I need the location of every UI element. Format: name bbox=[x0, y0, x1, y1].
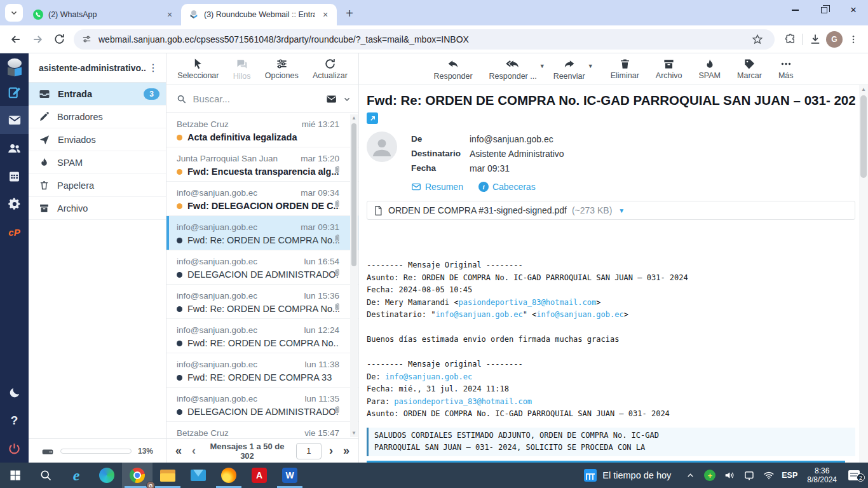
spam-button[interactable]: SPAM bbox=[699, 58, 721, 80]
folder-borradores[interactable]: Borradores bbox=[29, 105, 166, 128]
message-row[interactable]: Betzabe Cruz mié 13:21 Acta definitiva l… bbox=[166, 113, 358, 147]
downloads-icon[interactable] bbox=[806, 30, 825, 49]
folder-papelera[interactable]: Papelera bbox=[29, 174, 166, 197]
attachment-item[interactable]: ORDEN DE COMPRA #31-signed-signed.pdf (~… bbox=[367, 201, 855, 220]
profile-avatar[interactable]: G bbox=[825, 30, 844, 49]
minimize-button[interactable] bbox=[780, 0, 810, 20]
scroll-up-icon[interactable]: ▲ bbox=[351, 114, 356, 122]
reload-button[interactable] bbox=[48, 29, 70, 50]
email-address-link[interactable]: pasiondeportiva_83@hotmail.com bbox=[394, 397, 532, 406]
extensions-icon[interactable] bbox=[781, 30, 800, 49]
delete-button[interactable]: Eliminar bbox=[611, 58, 639, 80]
tab-close-button[interactable]: × bbox=[165, 10, 175, 20]
dark-mode-button[interactable] bbox=[0, 379, 29, 407]
folder-enviados[interactable]: Enviados bbox=[29, 128, 166, 151]
scroll-down-icon[interactable]: ▼ bbox=[351, 430, 356, 437]
reply-button[interactable]: Responder bbox=[433, 58, 472, 81]
tab-whatsapp[interactable]: (2) WhatsApp × bbox=[25, 4, 181, 25]
wifi-icon[interactable] bbox=[762, 470, 776, 481]
volume-icon[interactable] bbox=[722, 470, 736, 481]
tab-search-button[interactable] bbox=[5, 4, 23, 22]
scroll-up-icon[interactable]: ▲ bbox=[861, 85, 866, 94]
rail-cpanel-button[interactable]: cP bbox=[0, 218, 29, 246]
language-indicator[interactable]: ESP bbox=[782, 471, 797, 480]
archive-button[interactable]: Archivo bbox=[656, 58, 682, 80]
taskbar-file-explorer[interactable] bbox=[153, 463, 183, 488]
headers-link[interactable]: i Cabeceras bbox=[478, 182, 536, 192]
scrollbar-thumb[interactable] bbox=[351, 123, 356, 266]
threads-button[interactable]: Hilos bbox=[233, 58, 251, 81]
prev-page-button[interactable]: ‹ bbox=[189, 444, 198, 458]
taskbar-mail[interactable] bbox=[183, 463, 214, 488]
back-button[interactable] bbox=[5, 29, 27, 50]
search-input[interactable] bbox=[193, 93, 320, 104]
more-button[interactable]: Más bbox=[778, 58, 794, 80]
read-status-dot[interactable] bbox=[177, 169, 182, 175]
attachment-dropdown-icon[interactable]: ▼ bbox=[618, 207, 625, 214]
open-in-new-window-icon[interactable] bbox=[367, 112, 378, 124]
folder-spam[interactable]: SPAM bbox=[29, 151, 166, 174]
message-row[interactable]: info@sanjuan.gob.ec lun 11:38 Fwd: RE: O… bbox=[166, 353, 358, 388]
email-address-link[interactable]: info@sanjuan.gob.ec bbox=[385, 372, 472, 381]
forward-button[interactable]: Reenviar ▼ bbox=[553, 58, 585, 81]
read-status-dot[interactable] bbox=[177, 272, 182, 278]
last-page-button[interactable]: » bbox=[341, 444, 352, 458]
message-row[interactable]: info@sanjuan.gob.ec mar 09:31 Fwd: Re: O… bbox=[166, 216, 358, 250]
folder-options-icon[interactable]: ⋮ bbox=[146, 62, 161, 74]
message-row[interactable]: info@sanjuan.gob.ec lun 16:54 DELEGACION… bbox=[166, 250, 358, 285]
select-button[interactable]: Seleccionar bbox=[177, 58, 219, 80]
scrollbar-thumb[interactable] bbox=[860, 95, 867, 178]
email-address-link[interactable]: pasiondeportiva_83@hotmail.com bbox=[459, 298, 597, 307]
action-center-button[interactable]: 2 bbox=[846, 470, 862, 480]
taskbar-edge[interactable] bbox=[92, 463, 122, 488]
read-status-dot[interactable] bbox=[177, 135, 182, 140]
read-status-dot[interactable] bbox=[177, 375, 182, 381]
list-scrollbar[interactable]: ▲ ▼ bbox=[350, 114, 358, 437]
help-button[interactable]: ? bbox=[0, 407, 29, 435]
taskbar-firefox[interactable] bbox=[214, 463, 244, 488]
search-options-chevron-icon[interactable] bbox=[343, 95, 351, 104]
page-number-input[interactable] bbox=[296, 443, 322, 459]
browser-menu-icon[interactable] bbox=[844, 30, 863, 49]
taskbar-chrome[interactable]: G bbox=[122, 463, 153, 488]
cast-icon[interactable] bbox=[742, 470, 756, 481]
taskbar-ie[interactable]: e bbox=[61, 463, 92, 488]
message-row[interactable]: Junta Parroquial San Juan mar 15:20 Fwd:… bbox=[166, 147, 358, 182]
url-bar[interactable]: webmail.sanjuan.gob.ec/cpsess5071561048/… bbox=[74, 29, 775, 50]
refresh-button[interactable]: Actualizar bbox=[313, 58, 348, 80]
mark-button[interactable]: Marcar bbox=[737, 58, 762, 80]
search-scope-mail-icon[interactable] bbox=[326, 93, 337, 105]
logout-button[interactable] bbox=[0, 435, 29, 463]
message-row[interactable]: info@sanjuan.gob.ec lun 12:24 Fwd: RE: O… bbox=[166, 319, 358, 353]
message-row[interactable]: info@sanjuan.gob.ec mar 09:34 Fwd: DELEG… bbox=[166, 182, 358, 216]
message-row[interactable]: info@sanjuan.gob.ec lun 15:36 Fwd: Re: O… bbox=[166, 285, 358, 319]
message-row[interactable]: info@sanjuan.gob.ec lun 11:35 DELEGACION… bbox=[166, 388, 358, 422]
reading-scrollbar[interactable]: ▲ bbox=[859, 85, 868, 463]
rail-contacts-button[interactable] bbox=[0, 134, 29, 162]
close-button[interactable]: × bbox=[839, 0, 868, 20]
bookmark-star-icon[interactable] bbox=[748, 30, 767, 49]
first-page-button[interactable]: « bbox=[173, 444, 184, 458]
rail-settings-button[interactable] bbox=[0, 190, 29, 218]
maximize-button[interactable] bbox=[810, 0, 839, 20]
read-status-dot[interactable] bbox=[177, 409, 182, 415]
options-button[interactable]: Opciones bbox=[265, 58, 299, 80]
read-status-dot[interactable] bbox=[177, 203, 182, 209]
forward-dropdown-icon[interactable]: ▼ bbox=[588, 63, 593, 69]
reply-all-dropdown-icon[interactable]: ▼ bbox=[539, 63, 545, 69]
new-tab-button[interactable]: + bbox=[341, 4, 358, 22]
forward-button[interactable] bbox=[27, 29, 48, 50]
email-address-link[interactable]: info@sanjuan.gob.ec bbox=[435, 310, 522, 319]
summary-link[interactable]: Resumen bbox=[411, 182, 463, 192]
taskbar-clock[interactable]: 8:36 8/8/2024 bbox=[803, 466, 841, 484]
folder-entrada[interactable]: Entrada 3 bbox=[29, 83, 166, 105]
tab-roundcube[interactable]: (3) Roundcube Webmail :: Entra × bbox=[181, 4, 337, 25]
taskbar-search-button[interactable] bbox=[31, 463, 61, 488]
compose-button[interactable] bbox=[0, 78, 29, 106]
reply-all-button[interactable]: Responder ... ▼ bbox=[489, 58, 537, 81]
tray-expand-icon[interactable] bbox=[683, 471, 697, 480]
folder-archivo[interactable]: Archivo bbox=[29, 197, 166, 220]
next-page-button[interactable]: › bbox=[327, 444, 336, 458]
taskbar-acrobat[interactable]: A bbox=[244, 463, 275, 488]
tab-close-button[interactable]: × bbox=[320, 10, 330, 20]
